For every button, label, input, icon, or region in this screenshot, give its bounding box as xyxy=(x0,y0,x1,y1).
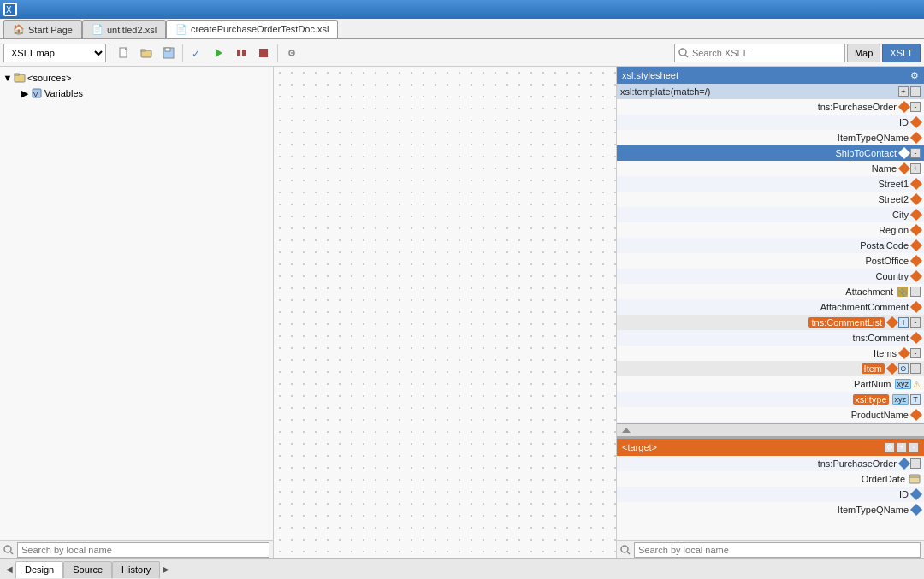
new-button[interactable] xyxy=(114,43,134,63)
tab-design[interactable]: Design xyxy=(15,561,63,578)
schema-item-attachmentcomment: AttachmentComment xyxy=(617,299,924,315)
run-button[interactable] xyxy=(209,43,229,63)
tab-createpo-icon: 📄 xyxy=(175,24,187,35)
tab-createpo[interactable]: 📄 createPurchaseOrderTestDoc.xsl xyxy=(166,20,338,38)
schema-item-shiptocontact: ShipToContact - xyxy=(617,145,924,161)
postoffice-label: PostOffice xyxy=(865,256,910,266)
tree-item-variables[interactable]: ▶ V Variables xyxy=(0,86,273,101)
xsitype-btn[interactable]: T xyxy=(910,394,921,405)
break-icon xyxy=(235,47,247,59)
save-button[interactable] xyxy=(158,43,179,63)
attachment-collapse[interactable]: - xyxy=(910,287,921,297)
right-panel: xsl:stylesheet ⚙ xsl:template(match=/) +… xyxy=(616,67,924,558)
schema-item-itemtypeqname: ItemTypeQName xyxy=(617,130,924,145)
svg-rect-11 xyxy=(242,50,246,56)
name-add[interactable]: + xyxy=(910,163,921,174)
shiptocontact-collapse[interactable]: - xyxy=(910,148,921,158)
region-diamond xyxy=(910,224,922,236)
tab-createpo-label: createPurchaseOrderTestDoc.xsl xyxy=(191,24,329,34)
settings-button[interactable] xyxy=(281,43,302,63)
postalcode-label: PostalCode xyxy=(860,240,910,251)
template-collapse-btn[interactable]: - xyxy=(910,86,921,97)
partnum-type: xyz xyxy=(895,379,912,389)
xsitype-type: xyz xyxy=(892,394,909,405)
tab-untitled2[interactable]: 📄 untitled2.xsl xyxy=(82,20,166,38)
itemtypeqname-diamond xyxy=(910,132,922,144)
postalcode-diamond xyxy=(910,239,922,251)
commentlist-badge: tns:CommentList xyxy=(808,317,885,328)
tab-history[interactable]: History xyxy=(112,561,160,578)
schema-item-purchaseorder: tns:PurchaseOrder - xyxy=(617,99,924,115)
validate-button[interactable]: ✓ xyxy=(187,43,207,63)
left-search-input[interactable] xyxy=(17,542,270,558)
triangle-variables: ▶ xyxy=(21,89,29,97)
search-input[interactable] xyxy=(692,48,841,58)
xslt-map-select[interactable]: XSLT map xyxy=(3,44,106,62)
bottom-scroll-left[interactable]: ◀ xyxy=(3,564,15,576)
schema-header: xsl:stylesheet ⚙ xyxy=(617,67,924,84)
schema-item-commentlist: tns:CommentList I - xyxy=(617,315,924,330)
tab-design-label: Design xyxy=(25,564,54,575)
divider-icon xyxy=(620,426,632,434)
commentlist-collapse[interactable]: - xyxy=(910,317,921,328)
run-icon xyxy=(213,47,225,59)
source-tree: ▼ <sources> ▶ V Variables xyxy=(0,67,273,540)
target-collapse-btn[interactable]: - xyxy=(909,442,919,452)
sources-icon xyxy=(14,72,26,84)
open-button[interactable] xyxy=(136,43,157,63)
target-orderdate: OrderDate xyxy=(617,471,924,487)
tab-start[interactable]: 🏠 Start Page xyxy=(3,20,82,38)
item-type-btn[interactable]: ⊙ xyxy=(898,363,909,374)
purchaseorder-collapse[interactable]: - xyxy=(910,102,921,112)
main-area: ▼ <sources> ▶ V Variables x xyxy=(0,67,924,558)
triangle-sources: ▼ xyxy=(3,74,12,82)
right-search-input[interactable] xyxy=(634,542,921,558)
xslt-button[interactable]: XSLT xyxy=(882,44,921,62)
tab-source[interactable]: Source xyxy=(63,561,112,578)
name-label: Name xyxy=(872,163,898,174)
schema-template-row: xsl:template(match=/) + - xyxy=(617,84,924,99)
settings-icon xyxy=(286,47,298,59)
bottom-scroll-right[interactable]: ▶ xyxy=(160,564,172,576)
svg-rect-27 xyxy=(909,475,920,483)
items-label: Items xyxy=(874,348,898,358)
street2-diamond xyxy=(910,193,922,205)
tree-item-sources[interactable]: ▼ <sources> xyxy=(0,70,273,86)
search-icon xyxy=(678,48,689,58)
target-settings-btn[interactable]: ⚙ xyxy=(885,442,895,452)
attachment-label: Attachment xyxy=(845,287,895,297)
schema-item-item: Item ⊙ - xyxy=(617,361,924,376)
svg-text:✓: ✓ xyxy=(192,48,200,59)
schema-header-icon: ⚙ xyxy=(910,70,919,81)
target-id: ID xyxy=(617,487,924,502)
tab-untitled2-icon: 📄 xyxy=(92,24,104,35)
schema-item-comment1: tns:Comment xyxy=(617,330,924,346)
stop-button[interactable] xyxy=(253,43,274,63)
shiptocontact-diamond xyxy=(898,147,910,159)
comment1-diamond xyxy=(910,332,922,344)
right-bottom-panel: <target> ⚙ + - tns:PurchaseOrder - Order… xyxy=(617,437,924,540)
schema-item-region: Region xyxy=(617,222,924,238)
tab-untitled2-label: untitled2.xsl xyxy=(107,25,157,35)
item-collapse[interactable]: - xyxy=(910,363,921,374)
country-label: Country xyxy=(875,271,910,281)
template-expand-btn[interactable]: + xyxy=(898,86,909,97)
item-badge: Item xyxy=(862,363,885,374)
schema-item-country: Country xyxy=(617,269,924,284)
target-expand-btn[interactable]: + xyxy=(897,442,907,452)
validate-icon: ✓ xyxy=(191,47,203,59)
target-id-diamond xyxy=(910,488,922,500)
break-button[interactable] xyxy=(231,43,252,63)
item-diamond xyxy=(886,363,898,375)
schema-item-items: Items - xyxy=(617,346,924,361)
svg-marker-26 xyxy=(622,428,631,433)
target-po-label: tns:PurchaseOrder xyxy=(818,458,898,469)
map-button[interactable]: Map xyxy=(847,44,880,62)
target-po-diamond xyxy=(898,458,910,470)
toolbar-sep-2 xyxy=(182,44,183,62)
partnum-label: PartNum xyxy=(854,379,892,389)
id-label: ID xyxy=(899,117,910,127)
commentlist-type-btn[interactable]: I xyxy=(898,317,909,328)
target-po-collapse[interactable]: - xyxy=(910,458,921,469)
items-collapse[interactable]: - xyxy=(910,348,921,358)
